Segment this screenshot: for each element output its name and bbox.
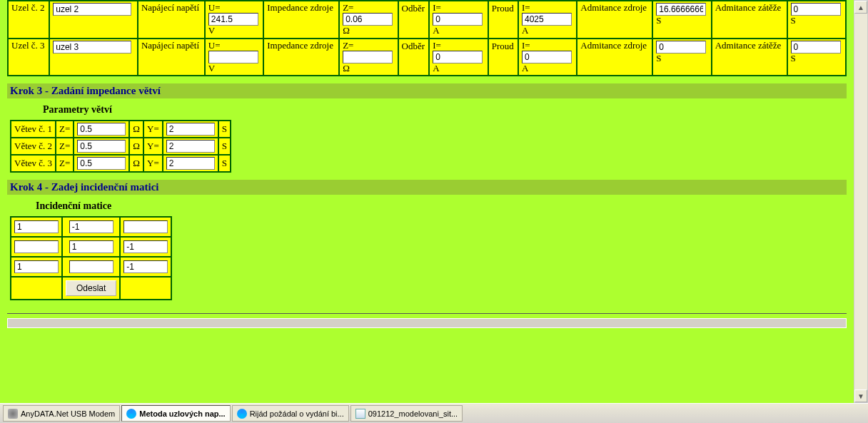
submit-button[interactable]: Odeslat [66,280,116,296]
unit-s2: S [791,16,843,26]
bottom-bar [7,318,847,328]
u-prefix: U= [208,3,260,13]
adml-label: Admitance zátěže [712,1,787,38]
matrix-cell[interactable] [14,220,59,233]
y1-cell: S [653,1,710,38]
y1-cell: S [653,39,710,76]
branches-table: Větev č. 1 Z= Ω Y= S Větev č. 2 Z= Ω Y= … [10,120,231,173]
admz-label: Admitance zdroje [577,39,652,76]
divider [7,313,847,314]
z-label: Z= [56,121,73,137]
z-label: Z= [56,138,73,154]
z-prefix: Z= [343,3,394,13]
taskbar-item[interactable]: Rijád požádal o vydání bi... [232,405,349,422]
unit-ohm: Ω [343,63,394,73]
unit-a: A [433,63,484,73]
u-cell: U= V [206,39,263,76]
unit-s2: S [791,53,843,63]
branch-y-input[interactable] [166,123,215,136]
supply-label: Napájecí napětí [138,1,204,38]
branch-y-input[interactable] [166,157,215,170]
y1-input[interactable] [656,41,706,53]
i-prefix: I= [433,3,484,13]
unit-s: S [656,16,707,26]
supply-label: Napájecí napětí [138,39,204,76]
taskbar-item-label: Rijád požádal o vydání bi... [250,409,344,418]
node-params-table: Uzel č. 2 Napájecí napětí U= V Impedance… [7,0,847,76]
unit-ohm: Ω [130,138,143,154]
taskbar-item[interactable]: 091212_modelovani_sit... [350,405,463,422]
unit-s: S [219,121,230,137]
y2-input[interactable] [791,3,841,16]
table-row: Větev č. 2 Z= Ω Y= S [11,138,230,154]
node-label: Uzel č. 2 [9,1,49,38]
i2-cell: I= A [519,1,576,38]
y2-cell: S [788,39,846,76]
u-input[interactable] [208,13,258,26]
matrix-cell[interactable] [14,240,59,253]
unit-ohm: Ω [130,156,143,171]
z-input[interactable] [343,13,393,26]
matrix-cell[interactable] [69,220,113,233]
matrix-cell[interactable] [69,260,113,273]
node-name-cell [50,1,137,38]
taskbar-item[interactable]: Metoda uzlových nap... [121,405,230,422]
y-label: Y= [144,156,162,171]
taskbar: AnyDATA.Net USB Modem Metoda uzlových na… [0,403,868,423]
admz-label: Admitance zdroje [577,1,652,38]
step4-heading: Krok 4 - Zadej incidenční matici [7,180,847,195]
branch-z-input[interactable] [77,140,126,153]
unit-a2: A [522,26,573,36]
vertical-scrollbar[interactable]: ▲ ▼ [854,0,868,403]
step4-subtitle: Incidenční matice [36,200,847,212]
ie-icon [237,409,247,419]
z-prefix: Z= [343,41,394,51]
proud-label: Proud [489,39,518,76]
i2-input[interactable] [522,51,572,63]
step3-subtitle: Parametry větví [43,104,847,116]
scroll-up-button[interactable]: ▲ [854,1,867,14]
taskbar-item[interactable]: AnyDATA.Net USB Modem [3,405,120,422]
unit-a2: A [522,63,573,73]
taskbar-item-label: 091212_modelovani_sit... [368,409,458,418]
i2-input[interactable] [522,13,572,26]
i2-prefix: I= [522,3,573,13]
y2-cell: S [788,1,846,38]
scroll-down-button[interactable]: ▼ [854,389,867,402]
table-row: Uzel č. 3 Napájecí napětí U= V Impedance… [9,39,845,76]
branch-z-input[interactable] [77,157,126,170]
branch-label: Větev č. 1 [11,121,55,137]
z-input[interactable] [343,51,393,63]
node-name-input[interactable] [53,41,131,53]
y2-input[interactable] [791,41,841,53]
u-input[interactable] [208,51,258,63]
i-input[interactable] [433,51,483,63]
matrix-cell[interactable] [123,260,168,273]
unit-ohm: Ω [343,26,394,36]
table-row: Větev č. 3 Z= Ω Y= S [11,156,230,171]
node-name-input[interactable] [53,3,131,16]
branch-y-input[interactable] [166,140,215,153]
modem-icon [8,409,18,419]
z-cell: Z= Ω [340,39,397,76]
unit-s: S [219,138,230,154]
table-row: Odeslat [11,277,171,299]
matrix-cell[interactable] [123,220,168,233]
matrix-cell[interactable] [123,240,168,253]
unit-s: S [219,156,230,171]
matrix-cell[interactable] [14,260,59,273]
i-input[interactable] [433,13,483,26]
z-cell: Z= Ω [340,1,397,38]
adml-label: Admitance zátěže [712,39,787,76]
unit-s: S [656,53,707,63]
u-cell: U= V [206,1,263,38]
i-cell: I= A [430,1,487,38]
branch-z-input[interactable] [77,123,126,136]
matrix-cell[interactable] [69,240,113,253]
step3-heading: Krok 3 - Zadání impedance větví [7,83,847,98]
y1-input[interactable] [656,3,706,16]
i2-cell: I= A [519,39,576,76]
i2-prefix: I= [522,41,573,51]
i-prefix: I= [433,41,484,51]
table-row: Uzel č. 2 Napájecí napětí U= V Impedance… [9,1,845,38]
